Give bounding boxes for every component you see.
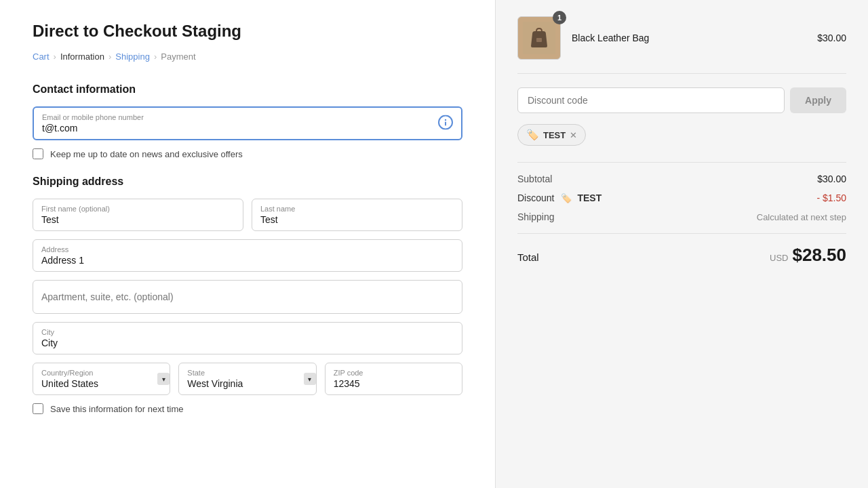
newsletter-checkbox[interactable]	[33, 148, 43, 159]
breadcrumb-payment: Payment	[161, 52, 195, 62]
product-image-wrap: 1	[517, 16, 561, 60]
apply-button[interactable]: Apply	[790, 87, 846, 113]
address-label: Address	[41, 245, 454, 253]
first-name-input[interactable]	[41, 214, 235, 225]
product-badge: 1	[553, 11, 566, 24]
city-input[interactable]	[41, 338, 454, 348]
location-row: Country/Region United States ▾ State Wes…	[33, 363, 462, 395]
save-info-row: Save this information for next time	[33, 403, 462, 414]
svg-rect-4	[536, 38, 542, 42]
sep1: ›	[54, 52, 56, 62]
product-name: Black Leather Bag	[572, 33, 806, 43]
country-label: Country/Region	[41, 369, 161, 377]
shipping-value: Calculated at next step	[757, 212, 846, 222]
state-label: State	[187, 369, 307, 377]
total-amount: USD $28.50	[770, 245, 846, 266]
name-row: First name (optional) Last name	[33, 199, 462, 231]
country-select[interactable]: United States	[41, 378, 161, 389]
coupon-remove-button[interactable]: ✕	[570, 130, 577, 140]
address-wrapper: Address	[33, 239, 462, 272]
discount-value: - $1.50	[816, 192, 846, 203]
breadcrumb: Cart › Information › Shipping › Payment	[33, 52, 462, 62]
breadcrumb-cart[interactable]: Cart	[33, 52, 50, 62]
save-info-checkbox[interactable]	[33, 403, 43, 414]
first-name-wrapper: First name (optional)	[33, 199, 243, 231]
shipping-section-title: Shipping address	[33, 176, 462, 188]
page-title: Direct to Checkout Staging	[33, 22, 462, 41]
newsletter-label: Keep me up to date on news and exclusive…	[50, 149, 243, 159]
shipping-row: Shipping Calculated at next step	[517, 211, 846, 222]
contact-section-title: Contact information	[33, 83, 462, 96]
discount-row: Apply	[517, 87, 846, 113]
last-name-wrapper: Last name	[252, 199, 462, 231]
total-label: Total	[517, 251, 539, 263]
discount-summary-row: Discount 🏷️ TEST - $1.50	[517, 192, 846, 203]
product-price: $30.00	[817, 33, 846, 43]
discount-label: Discount	[517, 192, 554, 203]
total-value: $28.50	[792, 245, 846, 266]
discount-tag-icon: 🏷️	[561, 193, 572, 203]
zip-input[interactable]	[334, 378, 454, 389]
left-panel: Direct to Checkout Staging Cart › Inform…	[0, 0, 495, 488]
city-label: City	[41, 328, 454, 336]
first-name-label: First name (optional)	[41, 205, 235, 213]
country-wrapper: Country/Region United States ▾	[33, 363, 170, 395]
product-row: 1 Black Leather Bag $30.00	[517, 16, 846, 74]
subtotal-value: $30.00	[817, 174, 846, 184]
right-panel: 1 Black Leather Bag $30.00 Apply 🏷️ TEST…	[495, 0, 868, 488]
discount-code-label: TEST	[577, 192, 601, 203]
totals-section: Subtotal $30.00 Discount 🏷️ TEST - $1.50…	[517, 162, 846, 222]
breadcrumb-shipping[interactable]: Shipping	[115, 52, 150, 62]
coupon-tag: 🏷️ TEST ✕	[517, 124, 586, 146]
sep2: ›	[108, 52, 111, 62]
sep3: ›	[154, 52, 157, 62]
email-label: Email or mobile phone number	[42, 113, 453, 121]
svg-rect-2	[445, 122, 446, 126]
state-select[interactable]: West Virginia	[187, 378, 307, 389]
product-image	[517, 16, 561, 60]
apt-wrapper	[33, 280, 462, 314]
apt-input[interactable]	[41, 286, 454, 308]
coupon-code: TEST	[543, 130, 566, 140]
city-wrapper: City	[33, 322, 462, 354]
subtotal-label: Subtotal	[517, 174, 552, 184]
discount-input[interactable]	[517, 87, 785, 113]
tag-icon: 🏷️	[526, 129, 539, 141]
info-icon	[438, 115, 453, 132]
email-input[interactable]	[42, 123, 453, 134]
address-input[interactable]	[41, 255, 454, 266]
subtotal-row: Subtotal $30.00	[517, 174, 846, 184]
save-info-label: Save this information for next time	[50, 404, 184, 414]
shipping-label: Shipping	[517, 211, 555, 222]
state-wrapper: State West Virginia ▾	[178, 363, 316, 395]
zip-wrapper: ZIP code	[325, 363, 462, 395]
newsletter-row: Keep me up to date on news and exclusive…	[33, 148, 462, 159]
discount-label-group: Discount 🏷️ TEST	[517, 192, 601, 203]
zip-label: ZIP code	[334, 369, 454, 377]
total-row: Total USD $28.50	[517, 233, 846, 266]
last-name-input[interactable]	[260, 214, 454, 225]
svg-point-1	[445, 119, 446, 121]
breadcrumb-information[interactable]: Information	[60, 52, 104, 62]
total-currency: USD	[770, 253, 788, 263]
email-field-wrapper: Email or mobile phone number	[33, 106, 462, 140]
last-name-label: Last name	[260, 205, 454, 213]
